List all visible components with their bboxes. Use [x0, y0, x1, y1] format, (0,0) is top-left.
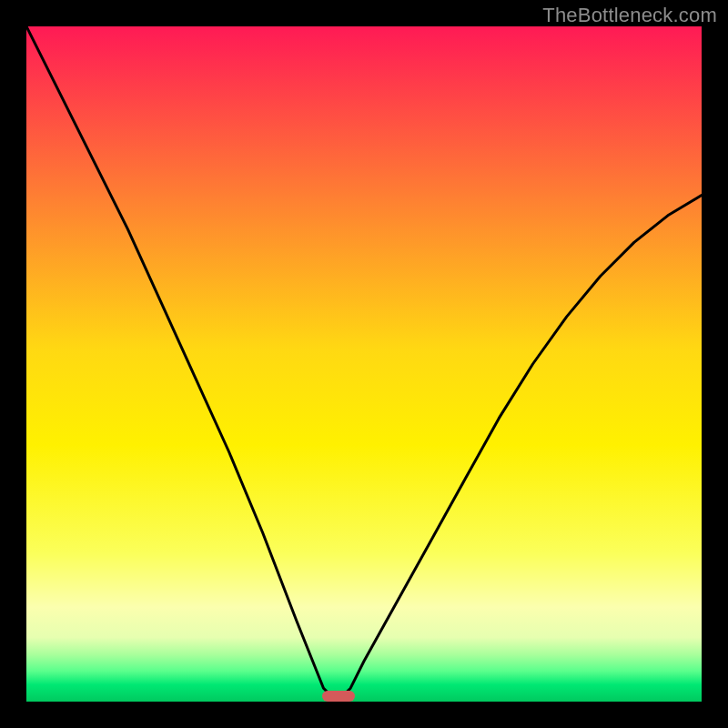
chart-frame: TheBottleneck.com — [0, 0, 728, 728]
plot-area — [26, 26, 702, 702]
watermark-text: TheBottleneck.com — [542, 4, 717, 27]
optimum-marker — [322, 691, 355, 702]
bottleneck-curve — [26, 26, 702, 702]
